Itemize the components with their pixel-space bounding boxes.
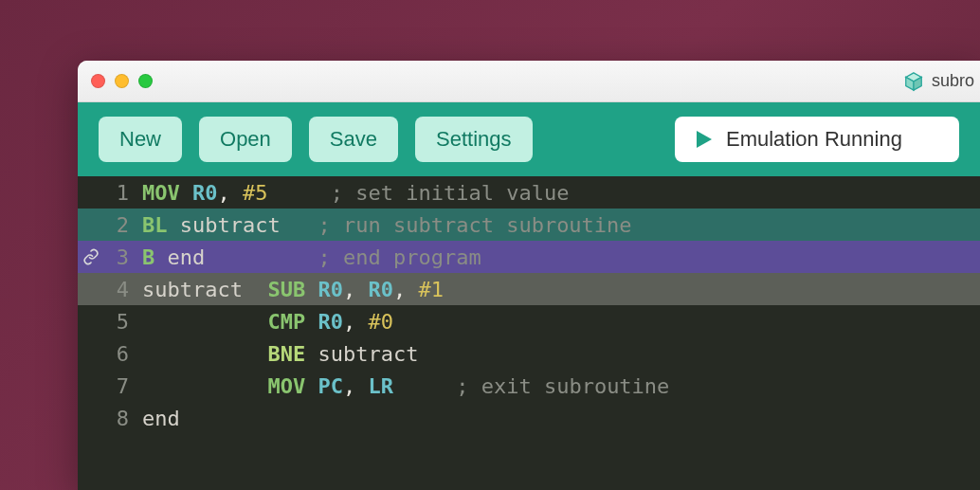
code-line[interactable]: 5 CMP R0, #0 — [78, 305, 980, 337]
status-text: Emulation Running — [726, 127, 902, 152]
code-content: BL subtract ; run subtract subroutine — [142, 209, 980, 241]
line-number: 4 — [104, 274, 142, 305]
minimize-button[interactable] — [115, 74, 129, 88]
line-number: 2 — [104, 209, 142, 241]
code-content: subtract SUB R0, R0, #1 — [142, 274, 980, 305]
zoom-button[interactable] — [138, 74, 153, 88]
play-icon — [696, 130, 713, 149]
svg-marker-3 — [697, 131, 712, 148]
code-content: MOV R0, #5 ; set initial value — [142, 177, 980, 209]
code-line[interactable]: 1MOV R0, #5 ; set initial value — [78, 176, 980, 209]
code-content: MOV PC, LR ; exit subroutine — [142, 371, 980, 402]
line-number: 7 — [104, 371, 142, 402]
code-content: end — [142, 403, 980, 434]
line-number: 3 — [104, 242, 142, 273]
settings-button[interactable]: Settings — [415, 117, 533, 162]
traffic-lights — [91, 74, 153, 88]
code-line[interactable]: 7 MOV PC, LR ; exit subroutine — [78, 370, 980, 402]
new-button[interactable]: New — [99, 117, 182, 162]
line-number: 8 — [104, 403, 142, 434]
emulation-status[interactable]: Emulation Running — [675, 117, 959, 162]
code-line[interactable]: 3B end ; end program — [78, 241, 980, 273]
titlebar: subro — [78, 61, 980, 102]
code-content: BNE subtract — [142, 338, 980, 370]
code-line[interactable]: 6 BNE subtract — [78, 337, 980, 370]
code-line[interactable]: 2BL subtract ; run subtract subroutine — [78, 209, 980, 241]
code-line[interactable]: 8end — [78, 402, 980, 434]
line-number: 5 — [104, 306, 142, 337]
line-number: 6 — [104, 338, 142, 370]
window-title-area: subro — [903, 61, 974, 101]
app-cube-icon — [903, 71, 924, 92]
code-editor[interactable]: 1MOV R0, #5 ; set initial value2BL subtr… — [78, 176, 980, 490]
link-icon — [78, 248, 104, 265]
open-button[interactable]: Open — [199, 117, 292, 162]
toolbar: New Open Save Settings Emulation Running — [78, 102, 980, 176]
close-button[interactable] — [91, 74, 105, 88]
window-title: subro — [932, 71, 974, 91]
code-line[interactable]: 4subtract SUB R0, R0, #1 — [78, 273, 980, 305]
code-content: B end ; end program — [142, 242, 980, 273]
code-content: CMP R0, #0 — [142, 306, 980, 337]
line-number: 1 — [104, 177, 142, 209]
app-window: subro New Open Save Settings Emulation R… — [78, 61, 980, 490]
save-button[interactable]: Save — [309, 117, 398, 162]
